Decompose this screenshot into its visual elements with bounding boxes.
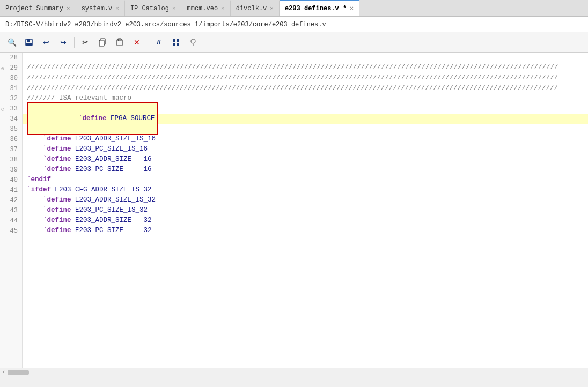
line-numbers: 28 ⊖ 29 30 31 32 ⊖ 33 34 35 36 37 38 39 … [0, 53, 23, 368]
line-num-38: 38 [0, 154, 22, 165]
redo-button[interactable]: ↪ [56, 35, 71, 49]
svg-rect-10 [177, 43, 179, 46]
tab-close-system-v[interactable]: × [115, 6, 119, 12]
tab-ip-catalog[interactable]: IP Catalog × [125, 0, 182, 16]
toolbar: 🔍 ↩ ↪ ✂ ✕ // [0, 32, 588, 53]
tab-close-ip-catalog[interactable]: × [172, 6, 176, 12]
tab-bar: Project Summary × system.v × IP Catalog … [0, 0, 588, 17]
code-line-41: `ifdef E203_CFG_ADDR_SIZE_IS_32 [23, 185, 588, 195]
filepath-text: D:/RISC-V/hbirdv2_e203/hbirdv2_e203.srcs… [5, 21, 326, 28]
tab-label: IP Catalog [130, 5, 169, 12]
tab-close-mmcm-veo[interactable]: × [221, 6, 225, 12]
tab-label-active: e203_defines.v * [285, 5, 347, 12]
space-34 [107, 115, 111, 122]
tab-divclk-v[interactable]: divclk.v × [231, 0, 280, 16]
line-num-35: 35 [0, 124, 22, 134]
block-button[interactable] [168, 35, 183, 49]
tab-close-divclk-v[interactable]: × [270, 6, 274, 12]
line-num-44: 44 [0, 215, 22, 226]
line-num-29: ⊖ 29 [0, 63, 22, 73]
tab-label: divclk.v [236, 5, 267, 12]
comment-button[interactable]: // [151, 35, 166, 49]
line-num-30: 30 [0, 73, 22, 83]
copy-button[interactable] [95, 35, 110, 49]
tab-close-project-summary[interactable]: × [67, 6, 70, 12]
code-content[interactable]: ////////////////////////////////////////… [23, 53, 588, 368]
line-num-43: 43 [0, 205, 22, 215]
code-line-31: ////////////////////////////////////////… [23, 83, 588, 93]
kw-define-34: define [83, 115, 107, 122]
comment-30: ////////////////////////////////////////… [27, 73, 558, 83]
highlighted-define-box: `define FPGA_SOURCE [27, 102, 158, 135]
svg-rect-7 [173, 39, 175, 42]
line-num-42: 42 [0, 195, 22, 205]
line-num-37: 37 [0, 144, 22, 154]
tab-mmcm-veo[interactable]: mmcm.veo × [181, 0, 230, 16]
svg-rect-9 [173, 43, 175, 46]
tab-label: mmcm.veo [187, 5, 218, 12]
comment-29: ////////////////////////////////////////… [27, 63, 558, 73]
code-line-36: `define E203_ADDR_SIZE_IS_16 [23, 134, 588, 144]
macro-fpga-source: FPGA_SOURCE [111, 115, 155, 122]
tab-label: system.v [82, 5, 113, 12]
toolbar-divider-1 [74, 37, 75, 48]
line-num-41: 41 [0, 185, 22, 195]
line-num-39: 39 [0, 165, 22, 175]
svg-rect-4 [99, 40, 104, 46]
code-line-30: ////////////////////////////////////////… [23, 73, 588, 83]
undo-button[interactable]: ↩ [39, 35, 54, 49]
line-num-33: ⊖ 33 [0, 103, 22, 114]
save-button[interactable] [21, 35, 36, 49]
filepath-bar: D:/RISC-V/hbirdv2_e203/hbirdv2_e203.srcs… [0, 17, 588, 32]
line-num-31: 31 [0, 83, 22, 93]
svg-rect-1 [27, 39, 30, 42]
code-line-42: `define E203_ADDR_SIZE_IS_32 [23, 195, 588, 205]
tab-project-summary[interactable]: Project Summary × [0, 0, 76, 16]
toolbar-divider-2 [148, 37, 148, 48]
tab-e203-defines-v[interactable]: e203_defines.v * × [280, 0, 359, 16]
hint-button[interactable] [186, 35, 201, 49]
scroll-left-arrow[interactable]: ‹ [2, 369, 5, 375]
paste-button[interactable] [112, 35, 127, 49]
code-line-38: `define E203_ADDR_SIZE 16 [23, 154, 588, 165]
search-button[interactable]: 🔍 [4, 35, 19, 49]
tab-system-v[interactable]: system.v × [76, 0, 125, 16]
code-line-28 [23, 53, 588, 63]
code-line-29: ////////////////////////////////////////… [23, 63, 588, 73]
code-line-34: `define FPGA_SOURCE [23, 114, 588, 124]
tab-label: Project Summary [5, 5, 63, 12]
code-line-39: `define E203_PC_SIZE 16 [23, 165, 588, 175]
code-line-40: `endif [23, 175, 588, 185]
tab-close-e203-defines-v[interactable]: × [350, 6, 354, 12]
line-num-45: 45 [0, 226, 22, 236]
code-lines: ////////////////////////////////////////… [23, 53, 588, 236]
line-num-34: 34 [0, 114, 22, 124]
code-line-45: `define E203_PC_SIZE 32 [23, 226, 588, 236]
line-num-28: 28 [0, 53, 22, 63]
svg-rect-2 [26, 43, 32, 46]
line-num-32: 32 [0, 93, 22, 103]
comment-31: ////////////////////////////////////////… [27, 83, 558, 93]
horizontal-scrollbar[interactable]: ‹ [0, 368, 588, 376]
line-num-40: 40 [0, 175, 22, 185]
code-line-43: `define E203_PC_SIZE_IS_32 [23, 205, 588, 215]
scroll-thumb[interactable] [8, 370, 29, 375]
tick-34: ` [78, 115, 83, 122]
code-line-44: `define E203_ADDR_SIZE 32 [23, 215, 588, 226]
svg-point-11 [191, 39, 195, 43]
code-line-37: `define E203_PC_SIZE_IS_16 [23, 144, 588, 154]
line-num-36: 36 [0, 134, 22, 144]
editor-area: 28 ⊖ 29 30 31 32 ⊖ 33 34 35 36 37 38 39 … [0, 53, 588, 376]
delete-button[interactable]: ✕ [129, 35, 144, 49]
code-container: 28 ⊖ 29 30 31 32 ⊖ 33 34 35 36 37 38 39 … [0, 53, 588, 368]
svg-rect-8 [177, 39, 179, 42]
cut-button[interactable]: ✂ [78, 35, 93, 49]
